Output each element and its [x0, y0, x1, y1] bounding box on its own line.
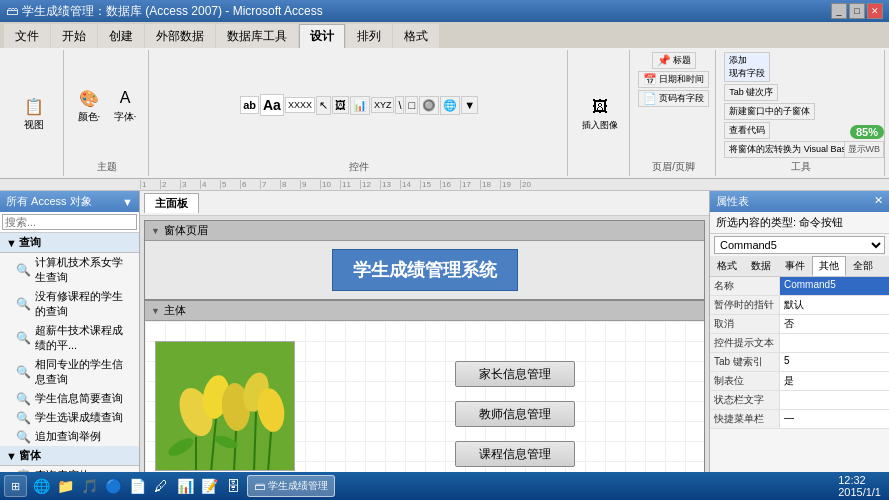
maximize-button[interactable]: □ — [849, 3, 865, 19]
prop-row-statusbar[interactable]: 状态栏文字 — [710, 391, 889, 410]
form-header-area[interactable]: 学生成绩管理系统 — [145, 241, 704, 301]
taskbar-ppt-icon[interactable]: 📊 — [175, 476, 195, 496]
nav-item-query-1[interactable]: 🔍 计算机技术系女学生查询 — [0, 253, 139, 287]
prop-row-pointer[interactable]: 暂停时的指针 默认 — [710, 296, 889, 315]
prop-close-icon[interactable]: ✕ — [874, 194, 883, 209]
prop-row-tabindex[interactable]: Tab 键索引 5 — [710, 353, 889, 372]
taskbar-word-icon[interactable]: 📄 — [127, 476, 147, 496]
tab-home[interactable]: 开始 — [51, 24, 97, 48]
close-button[interactable]: ✕ — [867, 3, 883, 19]
taskbar-access-icon[interactable]: 🗄 — [223, 476, 243, 496]
aa-control[interactable]: Aa — [260, 94, 284, 116]
taskbar-explorer-icon[interactable]: 📁 — [55, 476, 75, 496]
taskbar-corel-icon[interactable]: 🖊 — [151, 476, 171, 496]
rect-control[interactable]: □ — [405, 96, 418, 114]
form-designer[interactable]: ▼ 窗体页眉 学生成绩管理系统 ▼ 主体 — [144, 220, 705, 500]
ribbon-group-controls: ab Aa XXXX ↖ 🖼 📊 XYZ \ □ 🔘 🌐 ▼ 控件 — [151, 50, 568, 176]
prop-tab-format[interactable]: 格式 — [710, 256, 744, 276]
start-button[interactable]: ⊞ — [4, 475, 27, 497]
prop-val-tabstop[interactable]: 是 — [780, 372, 889, 390]
insert-img-button[interactable]: 🖼 插入图像 — [577, 92, 623, 135]
xyz-control[interactable]: XYZ — [371, 97, 395, 113]
btn-control[interactable]: 🔘 — [419, 96, 439, 115]
add-field-button[interactable]: 添加现有字段 — [724, 52, 770, 82]
form-title-box[interactable]: 学生成绩管理系统 — [332, 249, 518, 291]
title-bar-left: 🗃 学生成绩管理：数据库 (Access 2007) - Microsoft A… — [6, 3, 323, 20]
prop-tab-all[interactable]: 全部 — [846, 256, 880, 276]
form-button-2[interactable]: 教师信息管理 — [455, 401, 575, 427]
new-subform-button[interactable]: 新建窗口中的子窗体 — [724, 103, 815, 120]
prop-tab-event[interactable]: 事件 — [778, 256, 812, 276]
tab-design[interactable]: 设计 — [299, 24, 345, 48]
prop-val-tooltip[interactable] — [780, 334, 889, 352]
form-button-3[interactable]: 课程信息管理 — [455, 441, 575, 467]
nav-item-query-3[interactable]: 🔍 超薪牛技术课程成绩的平... — [0, 321, 139, 355]
tab-format[interactable]: 格式 — [393, 24, 439, 48]
taskbar-media-icon[interactable]: 🎵 — [79, 476, 99, 496]
title-bar-controls[interactable]: _ □ ✕ — [831, 3, 883, 19]
font-button[interactable]: A 字体· — [108, 83, 142, 127]
nav-search[interactable] — [0, 212, 139, 233]
nav-section-queries[interactable]: ▼ 查询 — [0, 233, 139, 253]
img-control[interactable]: 🖼 — [332, 96, 349, 114]
ab-control[interactable]: ab — [240, 96, 259, 114]
taskbar-ie-icon[interactable]: 🌐 — [31, 476, 51, 496]
datetime-button[interactable]: 📅 日期和时间 — [638, 71, 709, 88]
prop-val-shortcut[interactable]: — — [780, 410, 889, 428]
form-button-1[interactable]: 家长信息管理 — [455, 361, 575, 387]
nav-item-query-7[interactable]: 🔍 追加查询举例 — [0, 427, 139, 446]
prop-row-shortcut[interactable]: 快捷菜单栏 — — [710, 410, 889, 429]
cursor-control[interactable]: ↖ — [316, 96, 331, 115]
nav-item-query-6[interactable]: 🔍 学生选课成绩查询 — [0, 408, 139, 427]
prop-val-cancel[interactable]: 否 — [780, 315, 889, 333]
theme-button[interactable]: 🎨 颜色· — [72, 83, 106, 127]
prop-key-tabindex: Tab 键索引 — [710, 353, 780, 371]
tab-external[interactable]: 外部数据 — [145, 24, 215, 48]
search-input[interactable] — [2, 214, 137, 230]
prop-row-tooltip[interactable]: 控件提示文本 — [710, 334, 889, 353]
section-body-label: 主体 — [164, 303, 186, 318]
nav-item-query-2[interactable]: 🔍 没有修课程的学生的查询 — [0, 287, 139, 321]
taskbar-winword-icon[interactable]: 📝 — [199, 476, 219, 496]
line-control[interactable]: \ — [395, 96, 404, 114]
prop-val-pointer[interactable]: 默认 — [780, 296, 889, 314]
taskbar-browser-icon[interactable]: 🔵 — [103, 476, 123, 496]
prop-key-name: 名称 — [710, 277, 780, 295]
ruler-mark: 14 — [400, 180, 420, 189]
view-button[interactable]: 📋 视图 — [17, 91, 51, 135]
tab-order-button[interactable]: Tab 键次序 — [724, 84, 778, 101]
prop-val-name[interactable]: Command5 — [780, 277, 889, 295]
prop-selector[interactable]: Command5 — [714, 236, 885, 254]
pagenumber-button[interactable]: 📄 页码有字段 — [638, 90, 709, 107]
tab-arrange[interactable]: 排列 — [346, 24, 392, 48]
nav-item-query-4[interactable]: 🔍 相同专业的学生信息查询 — [0, 355, 139, 389]
prop-row-cancel[interactable]: 取消 否 — [710, 315, 889, 334]
title-button[interactable]: 📌 标题 — [652, 52, 696, 69]
prop-val-statusbar[interactable] — [780, 391, 889, 409]
web-control[interactable]: 🌐 — [440, 96, 460, 115]
view-code-button[interactable]: 查看代码 — [724, 122, 770, 139]
chart-control[interactable]: 📊 — [350, 96, 370, 115]
ribbon-content: 📋 视图 🎨 颜色· A 字体· 主题 ab — [0, 48, 889, 178]
form-tab[interactable]: 主面板 — [144, 193, 199, 213]
query-icon-4: 🔍 — [16, 365, 31, 379]
tab-create[interactable]: 创建 — [98, 24, 144, 48]
more-control[interactable]: ▼ — [461, 96, 478, 114]
tab-file[interactable]: 文件 — [4, 24, 50, 48]
nav-section-forms[interactable]: ▼ 窗体 — [0, 446, 139, 466]
form-image[interactable] — [155, 341, 295, 471]
start-icon: ⊞ — [11, 480, 20, 493]
prop-row-name[interactable]: 名称 Command5 — [710, 277, 889, 296]
canvas-area[interactable]: 主面板 ▼ 窗体页眉 学生成绩管理系统 ▼ 主体 — [140, 191, 709, 500]
prop-tab-other[interactable]: 其他 — [812, 256, 846, 276]
prop-row-tabstop[interactable]: 制表位 是 — [710, 372, 889, 391]
prop-val-tabindex[interactable]: 5 — [780, 353, 889, 371]
nav-toggle-icon[interactable]: ▼ — [122, 196, 133, 208]
prop-tab-data[interactable]: 数据 — [744, 256, 778, 276]
nav-item-query-5[interactable]: 🔍 学生信息简要查询 — [0, 389, 139, 408]
access-taskbar-item[interactable]: 🗃 学生成绩管理 — [247, 475, 335, 497]
xxxx-control[interactable]: XXXX — [285, 97, 315, 113]
minimize-button[interactable]: _ — [831, 3, 847, 19]
tab-db-tools[interactable]: 数据库工具 — [216, 24, 298, 48]
queries-label: 查询 — [19, 235, 41, 250]
